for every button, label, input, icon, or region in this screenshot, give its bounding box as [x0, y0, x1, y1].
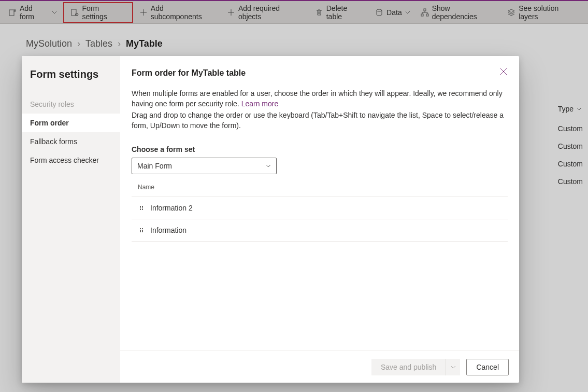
close-icon: [500, 68, 507, 75]
form-set-select[interactable]: Main Form: [132, 158, 277, 174]
dialog-description: When multiple forms are enabled for a us…: [132, 88, 508, 109]
form-name: Information 2: [150, 204, 193, 212]
form-settings-dialog: Form settings Security roles Form order …: [22, 56, 519, 383]
dialog-instructions: Drag and drop to change the order or use…: [132, 110, 508, 131]
chevron-down-icon: [451, 365, 456, 370]
form-list-header: Name: [132, 174, 508, 196]
form-name: Information: [150, 226, 187, 234]
dialog-body: Form order for MyTable table When multip…: [120, 56, 519, 351]
dialog-sidebar: Form settings Security roles Form order …: [22, 56, 120, 383]
sidebar-item-form-order[interactable]: Form order: [22, 114, 120, 132]
sidebar-item-security-roles[interactable]: Security roles: [22, 95, 120, 114]
form-order-row[interactable]: Information 2: [132, 196, 508, 219]
save-publish-chevron[interactable]: [446, 359, 460, 375]
form-set-value: Main Form: [137, 162, 172, 170]
chevron-down-icon: [266, 163, 271, 169]
dialog-sidebar-title: Form settings: [22, 68, 120, 95]
drag-handle-icon[interactable]: [140, 228, 144, 232]
cancel-button[interactable]: Cancel: [466, 359, 509, 375]
choose-form-set-label: Choose a form set: [132, 145, 508, 153]
dialog-close-button[interactable]: [495, 63, 512, 80]
form-order-row[interactable]: Information: [132, 219, 508, 242]
drag-handle-icon[interactable]: [140, 206, 144, 210]
learn-more-link[interactable]: Learn more: [241, 100, 279, 108]
sidebar-item-form-access-checker[interactable]: Form access checker: [22, 151, 120, 170]
sidebar-item-fallback-forms[interactable]: Fallback forms: [22, 132, 120, 151]
save-and-publish-button[interactable]: Save and publish: [371, 359, 460, 375]
dialog-main: Form order for MyTable table When multip…: [120, 56, 519, 383]
dialog-footer: Save and publish Cancel: [120, 351, 519, 383]
dialog-title: Form order for MyTable table: [132, 68, 508, 78]
